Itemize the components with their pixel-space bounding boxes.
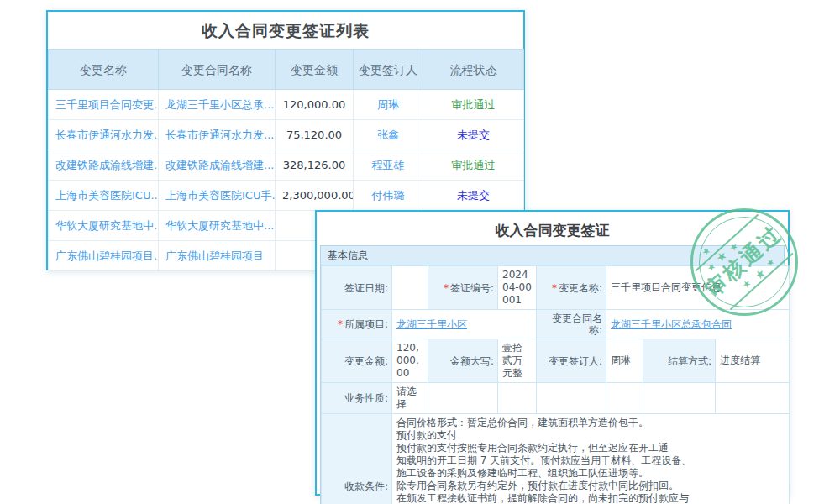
- empty-cell: [428, 383, 498, 414]
- project-link[interactable]: 龙湖三千里小区: [396, 318, 467, 330]
- amount-words-label: 金额大写:: [428, 339, 498, 383]
- cell-change-name-link[interactable]: 三千里项目合同变更...: [49, 90, 159, 120]
- visa-no-value: 202404-00001: [498, 266, 537, 310]
- detail-panel-title: 收入合同变更签证: [317, 212, 788, 245]
- visa-no-label: *签证编号:: [428, 266, 498, 310]
- empty-cell: [643, 383, 716, 414]
- signer-value: 周琳: [606, 339, 643, 383]
- terms-label: 收款条件:: [322, 414, 392, 504]
- cell-contract-name-link[interactable]: 改建铁路成渝线增建...: [159, 150, 276, 181]
- visa-date-label: 签证日期:: [322, 266, 392, 310]
- cell-contract-name-link[interactable]: 龙湖三千里小区总承...: [159, 90, 276, 120]
- business-type-select[interactable]: 请选择: [392, 383, 428, 414]
- required-asterisk: *: [552, 282, 557, 294]
- cell-signer: 程亚雄: [354, 150, 423, 181]
- cell-change-name-link[interactable]: 上海市美容医院ICU...: [49, 181, 159, 211]
- col-header-signer: 变更签订人: [354, 50, 423, 90]
- cell-signer: 张鑫: [354, 120, 423, 150]
- table-row[interactable]: 三千里项目合同变更... 龙湖三千里小区总承... 120,000.00 周琳 …: [49, 90, 524, 120]
- empty-cell: [606, 383, 643, 414]
- change-visa-detail-panel: 收入合同变更签证 基本信息 签证日期: *签证编号: 202404-00001 …: [315, 210, 790, 496]
- settlement-value: 进度结算: [716, 339, 790, 383]
- change-name-label: *变更名称:: [537, 266, 606, 310]
- status-badge: 未提交: [423, 181, 524, 211]
- table-row[interactable]: 改建铁路成渝线增建... 改建铁路成渝线增建... 328,126.00 程亚雄…: [49, 150, 524, 181]
- required-asterisk: *: [444, 282, 449, 294]
- cell-change-name-link[interactable]: 华软大厦研究基地中...: [49, 211, 159, 241]
- cell-signer: 周琳: [354, 90, 423, 120]
- col-header-status: 流程状态: [423, 50, 524, 90]
- status-badge: 未提交: [423, 120, 524, 150]
- table-row[interactable]: 上海市美容医院ICU... 上海市美容医院ICU手... 2,300,000.0…: [49, 181, 524, 211]
- cell-change-name-link[interactable]: 改建铁路成渝线增建...: [49, 150, 159, 181]
- required-asterisk: *: [338, 318, 343, 330]
- empty-cell: [498, 383, 537, 414]
- cell-change-name-link[interactable]: 长春市伊通河水力发...: [49, 120, 159, 150]
- cell-contract-name-link[interactable]: 上海市美容医院ICU手...: [159, 181, 276, 211]
- settlement-label: 结算方式:: [643, 339, 716, 383]
- cell-contract-name-link[interactable]: 广东佛山碧桂园项目: [159, 241, 276, 271]
- terms-text: 合同价格形式：暂定总价合同，建筑面积单方造价包干。 预付款的支付 预付款的支付按…: [392, 414, 790, 504]
- basic-info-form: 基本信息 签证日期: *签证编号: 202404-00001 *变更名称: 三千…: [320, 245, 785, 504]
- status-badge: 审批通过: [423, 90, 524, 120]
- cell-amount: 120,000.00: [276, 90, 354, 120]
- status-badge: 审批通过: [423, 150, 524, 181]
- col-header-change-name: 变更名称: [49, 50, 159, 90]
- cell-signer: 付伟璐: [354, 181, 423, 211]
- amount-value: 120,000.00: [392, 339, 428, 383]
- cell-change-name-link[interactable]: 广东佛山碧桂园项目...: [49, 241, 159, 271]
- cell-contract-name-link[interactable]: 长春市伊通河水力发...: [159, 120, 276, 150]
- cell-contract-name-link[interactable]: 华软大厦研究基地中...: [159, 211, 276, 241]
- amount-label: 变更金额:: [322, 339, 392, 383]
- contract-name-label: 变更合同名称:: [537, 310, 606, 339]
- cell-amount: 328,126.00: [276, 150, 354, 181]
- col-header-contract-name: 变更合同名称: [159, 50, 276, 90]
- list-panel-title: 收入合同变更签证列表: [48, 12, 523, 49]
- empty-cell: [716, 383, 790, 414]
- business-type-label: 业务性质:: [322, 383, 392, 414]
- project-label: *所属项目:: [322, 310, 392, 339]
- change-name-value[interactable]: 三千里项目合同变更信息: [606, 266, 790, 310]
- cell-amount: 2,300,000.00: [276, 181, 354, 211]
- contract-value-cell: 龙湖三千里小区总承包合同: [606, 310, 790, 339]
- list-header-row: 变更名称 变更合同名称 变更金额 变更签订人 流程状态: [49, 50, 524, 90]
- empty-cell: [537, 383, 606, 414]
- col-header-amount: 变更金额: [276, 50, 354, 90]
- project-value-cell: 龙湖三千里小区: [392, 310, 537, 339]
- cell-amount: 75,120.00: [276, 120, 354, 150]
- signer-label: 变更签订人:: [537, 339, 606, 383]
- contract-link[interactable]: 龙湖三千里小区总承包合同: [611, 318, 732, 330]
- amount-words-value: 壹拾贰万元整: [498, 339, 537, 383]
- section-header-basic-info: 基本信息: [321, 246, 784, 265]
- table-row[interactable]: 长春市伊通河水力发... 长春市伊通河水力发... 75,120.00 张鑫 未…: [49, 120, 524, 150]
- visa-date-field[interactable]: [392, 266, 428, 310]
